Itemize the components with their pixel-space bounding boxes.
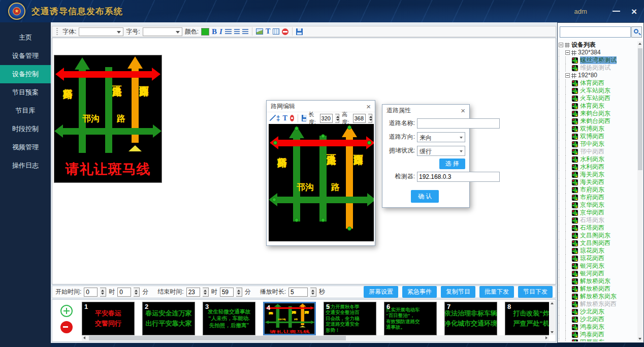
device-tree-item[interactable]: 解放桥岗西 [559,285,637,293]
sidebar-item-6[interactable]: 时段控制 [0,120,51,138]
device-tree-item[interactable]: 解放桥岗东 [559,277,637,285]
program-thumbnail-4[interactable]: 4高桥路史可法路瘦西湖路邗沟路请礼让斑马线 [263,302,316,335]
sidebar-item-2[interactable]: 设备管理 [0,47,51,65]
properties-close-icon[interactable]: × [461,107,465,114]
device-tree-item[interactable]: 邗中岗东 [559,140,637,148]
start-minute-spinner[interactable] [134,288,140,297]
device-tree-item[interactable]: 沙北岗东 [559,308,637,316]
collapse-icon[interactable] [565,50,570,55]
size-select[interactable] [143,27,182,36]
align-center-icon[interactable] [234,29,240,34]
end-hour-spinner[interactable] [203,288,209,297]
road-name-input[interactable] [417,118,500,129]
scroll-down-icon[interactable] [550,329,555,335]
end-minute-spinner[interactable] [236,288,242,297]
bold-icon[interactable]: B [212,27,217,36]
tree-scrollbar-thumb[interactable] [638,48,642,170]
program-thumbnail-5[interactable]: 5大力开展秋冬季交通安全整治百日会战，全力稳定道路交通安全形势！ [324,302,376,335]
action-button-2[interactable]: 紧急事件 [402,286,437,298]
sidebar-item-1[interactable]: 主页 [0,28,51,47]
device-tree-item[interactable]: 鸿泰岗东 [559,323,637,331]
tree-group-320*384[interactable]: 320*384 [559,49,637,56]
add-program-button[interactable] [60,305,73,317]
horizontal-scrollbar-thumb[interactable] [89,336,346,340]
tree-group-192*80[interactable]: 192*80 [559,72,637,79]
insert-image-icon[interactable] [256,28,263,35]
program-thumbnail-7[interactable]: 7依法治理非标车辆净化城市交通环境 [444,302,497,335]
action-button-5[interactable]: 节目下发 [518,286,553,298]
roadnet-dialog-titlebar[interactable]: 路网编辑 × [267,101,375,112]
delete-icon[interactable] [282,28,288,35]
device-tree-item[interactable]: 邗中岗西 [559,148,637,155]
double-arrow-icon[interactable]: ‡ [276,115,280,122]
confirm-button[interactable]: 确 认 [411,190,439,203]
device-search-button[interactable] [631,26,642,38]
road-direction-select[interactable]: 来向 [417,132,465,142]
device-tree-item[interactable]: 市府岗西 [559,194,637,201]
device-tree-item[interactable]: 双博岗东 [559,125,637,133]
font-select[interactable] [79,27,123,36]
end-minute-input[interactable] [220,288,234,297]
tree-scrollbar[interactable] [637,41,643,341]
device-tree-item[interactable]: 国展岗东 [559,338,637,341]
device-tree-item[interactable]: 螺丝湾桥测试 [559,56,637,64]
properties-dialog-titlebar[interactable]: 道路属性 × [382,105,469,116]
device-tree-item[interactable]: 京华岗东 [559,201,637,209]
color-swatch[interactable] [201,28,209,36]
program-thumbnail-8[interactable]: 8打击改装“炸严查严处“机 [505,302,549,335]
device-tree-item[interactable]: 解放桥东岗东 [559,293,637,300]
device-tree-item[interactable]: 海关岗东 [559,171,637,178]
roadnet-canvas[interactable]: 高桥路史可法路瘦西湖路邗沟路 [269,124,374,241]
start-minute-input[interactable] [117,288,131,297]
led-sign-preview[interactable]: 高桥路史可法路瘦西湖路邗沟路请礼让斑马线 [54,55,162,182]
device-tree-item[interactable]: 解放桥东岗西 [559,300,637,308]
height-input[interactable] [353,114,366,123]
scroll-right-icon[interactable] [543,335,549,341]
device-search-input[interactable] [560,26,631,38]
action-button-4[interactable]: 批量下发 [479,286,514,298]
sidebar-item-8[interactable]: 操作日志 [0,156,51,175]
collapse-icon[interactable] [565,73,570,78]
device-tree-item[interactable]: 京华岗西 [559,209,637,216]
device-tree-item[interactable]: 文昌阁岗西 [559,239,637,247]
sidebar-item-5[interactable]: 节目库 [0,102,51,120]
device-tree-item[interactable]: 文昌阁岗东 [559,232,637,239]
device-tree-item[interactable]: 体育岗西 [559,79,637,87]
device-tree-item[interactable]: 琼花岗西 [559,255,637,262]
device-tree-item[interactable]: 市府岗东 [559,186,637,194]
device-tree-item[interactable]: 水利岗西 [559,163,637,171]
duration-spinner[interactable] [310,288,316,297]
minimize-icon[interactable] [613,11,620,12]
tree-scroll-up-icon[interactable] [637,41,643,47]
device-tree-item[interactable]: 火车站岗西 [559,94,637,102]
save-icon[interactable] [296,28,303,35]
panel-layout-icon[interactable] [273,28,279,35]
program-thumbnail-2[interactable]: 2春运安全连万家出行平安靠大家 [142,302,195,335]
sidebar-item-7[interactable]: 视频管理 [0,138,51,156]
close-icon[interactable]: × [631,7,637,16]
collapse-icon[interactable] [559,43,563,47]
height-spinner[interactable] [368,114,372,123]
device-tree-item[interactable]: 海关岗西 [559,178,637,186]
length-spinner[interactable] [335,114,339,123]
roadnet-close-icon[interactable]: × [366,103,371,110]
action-button-1[interactable]: 屏幕设置 [364,286,398,298]
tree-scroll-down-icon[interactable] [637,336,643,341]
align-left-icon[interactable] [225,29,232,34]
device-tree-item[interactable]: 石塔岗东 [559,216,637,224]
detector-input[interactable] [417,172,500,182]
tree-root[interactable]: 设备列表 [559,41,637,49]
roadnet-save-icon[interactable] [302,115,306,121]
congestion-select[interactable]: 缓行 [417,146,465,156]
scroll-left-icon[interactable] [82,335,87,341]
device-tree-item[interactable]: 双博岗西 [559,133,637,140]
program-thumbnail-3[interactable]: 3发生轻微交通事故“人未伤，车能动.先拍照，后撤离” [203,302,255,335]
align-right-icon[interactable] [242,29,248,34]
program-thumbnail-6[interactable]: 6扎实开展电动车“百日整治”，有效预防道路交通事故。 [384,302,437,335]
vertical-scrollbar[interactable] [550,301,555,335]
device-tree-item[interactable]: 来鹤台岗东 [559,110,637,117]
duration-input[interactable] [288,288,308,297]
start-hour-spinner[interactable] [100,288,106,297]
remove-program-button[interactable] [60,321,73,333]
insert-text-icon[interactable]: T [266,27,270,36]
